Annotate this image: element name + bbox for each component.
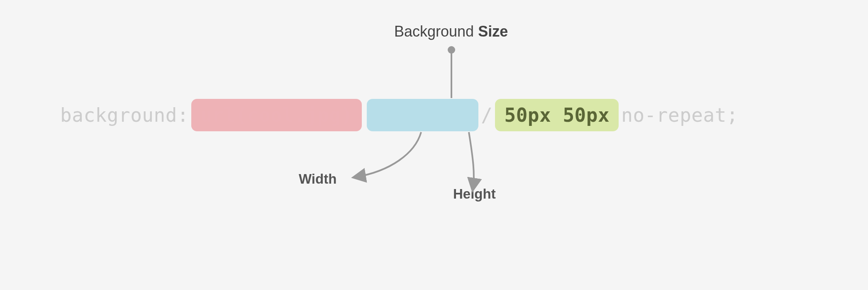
css-code-line: background: url(cool.jpg) top left / 50p…: [60, 99, 738, 131]
connector-dot-icon: [448, 46, 455, 54]
css-property: background:: [60, 104, 189, 126]
arrow-to-width-icon: [356, 132, 421, 177]
annotation-arrows: [0, 0, 868, 290]
arrow-to-height-icon: [469, 132, 474, 188]
css-url-pill: url(cool.jpg): [191, 99, 362, 131]
width-label: Width: [299, 171, 336, 187]
css-position-pill: top left: [367, 99, 479, 131]
annotation-title-bold: Size: [478, 23, 508, 40]
annotation-title-prefix: Background: [394, 23, 478, 40]
css-separator: /: [481, 104, 493, 126]
css-repeat: no-repeat;: [621, 104, 738, 126]
height-label: Height: [453, 186, 496, 202]
annotation-title: Background Size: [394, 23, 508, 40]
css-size-pill: 50px 50px: [495, 99, 619, 131]
